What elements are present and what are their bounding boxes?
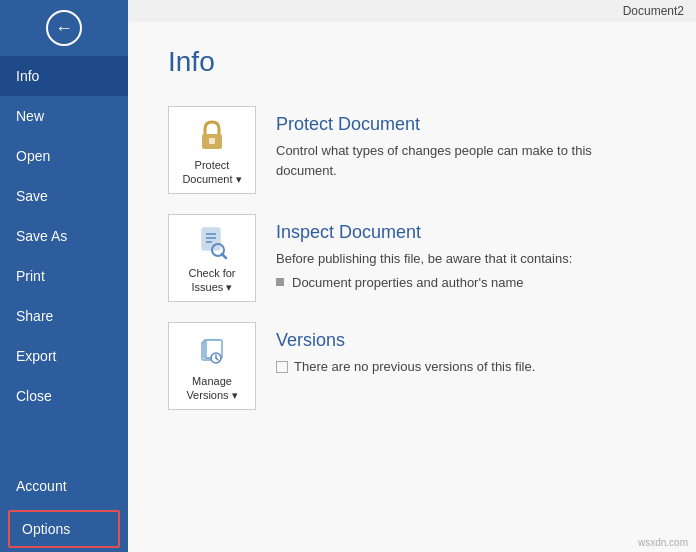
versions-icon-label: ManageVersions ▾ (186, 374, 237, 403)
versions-icon (192, 330, 232, 370)
sidebar-item-share[interactable]: Share (0, 296, 128, 336)
versions-description: There are no previous versions of this f… (276, 357, 656, 378)
manage-versions-button[interactable]: ManageVersions ▾ (168, 322, 256, 410)
sidebar-spacer (0, 416, 128, 466)
sidebar-item-open[interactable]: Open (0, 136, 128, 176)
protect-document-card: ProtectDocument ▾ Protect Document Contr… (168, 106, 656, 194)
sidebar-item-export[interactable]: Export (0, 336, 128, 376)
content-area: Info ProtectDocument ▾ Protect Document … (128, 22, 696, 552)
check-issues-icon-label: Check forIssues ▾ (188, 266, 235, 295)
svg-rect-1 (209, 138, 215, 144)
lock-icon (192, 114, 232, 154)
inspect-content: Inspect Document Before publishing this … (276, 214, 656, 290)
svg-line-7 (222, 254, 226, 258)
protect-icon-label: ProtectDocument ▾ (182, 158, 241, 187)
back-arrow-icon: ← (46, 10, 82, 46)
protect-description: Control what types of changes people can… (276, 141, 656, 180)
inspect-document-card: Check forIssues ▾ Inspect Document Befor… (168, 214, 656, 302)
inspect-list: Document properties and author's name (276, 275, 656, 290)
back-button[interactable]: ← (0, 0, 128, 56)
sidebar-item-save-as[interactable]: Save As (0, 216, 128, 256)
versions-content: Versions There are no previous versions … (276, 322, 656, 378)
check-issues-button[interactable]: Check forIssues ▾ (168, 214, 256, 302)
watermark: wsxdn.com (638, 537, 688, 548)
inspect-title: Inspect Document (276, 222, 656, 243)
protect-content: Protect Document Control what types of c… (276, 106, 656, 180)
versions-bullet-icon (276, 361, 288, 373)
inspect-list-item: Document properties and author's name (276, 275, 656, 290)
sidebar-item-save[interactable]: Save (0, 176, 128, 216)
sidebar-item-new[interactable]: New (0, 96, 128, 136)
protect-document-button[interactable]: ProtectDocument ▾ (168, 106, 256, 194)
sidebar: ← Info New Open Save Save As Print Share… (0, 0, 128, 552)
bullet-icon (276, 278, 284, 286)
sidebar-item-options[interactable]: Options (8, 510, 120, 548)
window-title: Document2 (623, 4, 684, 18)
sidebar-item-info[interactable]: Info (0, 56, 128, 96)
page-title: Info (168, 46, 656, 78)
sidebar-item-print[interactable]: Print (0, 256, 128, 296)
versions-card: ManageVersions ▾ Versions There are no p… (168, 322, 656, 410)
inspect-icon (192, 222, 232, 262)
sidebar-item-account[interactable]: Account (0, 466, 128, 506)
protect-title: Protect Document (276, 114, 656, 135)
title-bar: Document2 (128, 0, 696, 22)
sidebar-item-close[interactable]: Close (0, 376, 128, 416)
inspect-description: Before publishing this file, be aware th… (276, 249, 656, 269)
versions-title: Versions (276, 330, 656, 351)
svg-rect-2 (202, 228, 220, 250)
main-content: Document2 Info ProtectDocument ▾ Protect… (128, 0, 696, 552)
